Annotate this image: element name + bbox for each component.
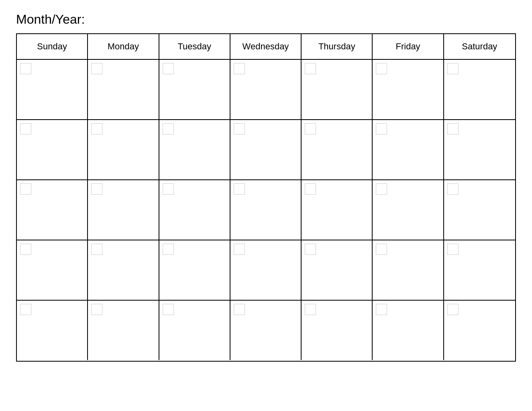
date-box xyxy=(234,244,245,255)
day-tuesday: Tuesday xyxy=(159,34,230,59)
date-box xyxy=(20,304,31,315)
date-box xyxy=(447,123,459,134)
date-box xyxy=(447,244,459,255)
cell-r3-thu xyxy=(302,180,373,240)
date-box xyxy=(234,304,245,315)
date-box xyxy=(305,63,316,74)
cell-r5-fri xyxy=(373,301,444,360)
date-box xyxy=(376,304,387,315)
date-box xyxy=(447,304,459,315)
cell-r3-fri xyxy=(373,180,444,240)
date-box xyxy=(305,244,316,255)
cell-r2-tue xyxy=(159,120,230,179)
cell-r5-sun xyxy=(17,301,88,360)
date-box xyxy=(163,63,174,74)
date-box xyxy=(91,63,102,74)
date-box xyxy=(91,244,102,255)
cell-r4-sat xyxy=(444,240,515,300)
date-box xyxy=(234,63,245,74)
date-box xyxy=(163,123,174,134)
cell-r5-mon xyxy=(88,301,159,360)
day-monday: Monday xyxy=(88,34,159,59)
cell-r2-sun xyxy=(17,120,88,179)
date-box xyxy=(91,123,102,134)
cell-r4-sun xyxy=(17,240,88,300)
cell-r1-thu xyxy=(302,60,373,119)
date-box xyxy=(91,183,102,195)
date-box xyxy=(20,183,31,195)
cell-r3-wed xyxy=(230,180,302,240)
cell-r4-wed xyxy=(230,240,302,300)
day-saturday: Saturday xyxy=(444,34,515,59)
cell-r1-fri xyxy=(373,60,444,119)
date-box xyxy=(163,183,174,195)
cell-r2-mon xyxy=(88,120,159,179)
date-box xyxy=(20,63,31,74)
cell-r5-wed xyxy=(230,301,302,360)
cell-r1-sat xyxy=(444,60,515,119)
day-friday: Friday xyxy=(373,34,444,59)
cell-r4-tue xyxy=(159,240,230,300)
date-box xyxy=(234,183,245,195)
cell-r2-sat xyxy=(444,120,515,179)
date-box xyxy=(376,123,387,134)
date-box xyxy=(305,304,316,315)
cell-r3-sat xyxy=(444,180,515,240)
date-box xyxy=(234,123,245,134)
day-sunday: Sunday xyxy=(17,34,88,59)
calendar-row-3 xyxy=(17,180,515,240)
date-box xyxy=(447,63,459,74)
cell-r1-mon xyxy=(88,60,159,119)
cell-r3-sun xyxy=(17,180,88,240)
cell-r3-tue xyxy=(159,180,230,240)
calendar-row-5 xyxy=(17,301,515,361)
calendar: Sunday Monday Tuesday Wednesday Thursday… xyxy=(16,33,516,362)
calendar-row-1 xyxy=(17,60,515,120)
calendar-header: Sunday Monday Tuesday Wednesday Thursday… xyxy=(17,34,515,60)
date-box xyxy=(163,244,174,255)
cell-r5-tue xyxy=(159,301,230,360)
cell-r4-fri xyxy=(373,240,444,300)
cell-r3-mon xyxy=(88,180,159,240)
date-box xyxy=(376,63,387,74)
cell-r2-thu xyxy=(302,120,373,179)
cell-r1-tue xyxy=(159,60,230,119)
calendar-body xyxy=(17,60,515,361)
date-box xyxy=(305,183,316,195)
calendar-row-2 xyxy=(17,120,515,180)
day-thursday: Thursday xyxy=(302,34,373,59)
day-wednesday: Wednesday xyxy=(230,34,302,59)
cell-r1-wed xyxy=(230,60,302,119)
calendar-row-4 xyxy=(17,240,515,301)
cell-r5-sat xyxy=(444,301,515,360)
cell-r4-mon xyxy=(88,240,159,300)
cell-r1-sun xyxy=(17,60,88,119)
date-box xyxy=(376,183,387,195)
date-box xyxy=(91,304,102,315)
date-box xyxy=(163,304,174,315)
date-box xyxy=(447,183,459,195)
cell-r4-thu xyxy=(302,240,373,300)
cell-r2-wed xyxy=(230,120,302,179)
date-box xyxy=(20,244,31,255)
cell-r2-fri xyxy=(373,120,444,179)
date-box xyxy=(305,123,316,134)
month-year-label: Month/Year: xyxy=(16,12,516,27)
date-box xyxy=(376,244,387,255)
cell-r5-thu xyxy=(302,301,373,360)
date-box xyxy=(20,123,31,134)
